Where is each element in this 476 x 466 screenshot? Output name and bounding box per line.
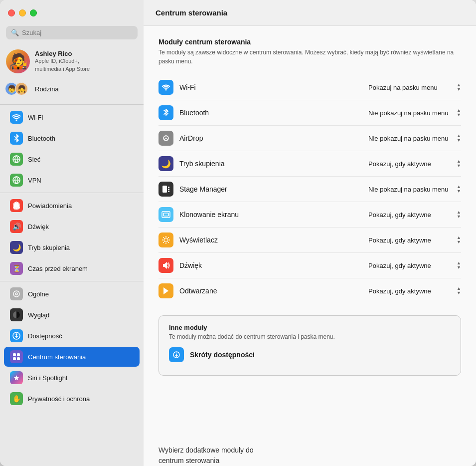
module-row-dzwiek: Dźwięk Pokazuj, gdy aktywne Pokazuj na p… [159,253,461,278]
sidebar-divider-3 [0,281,144,281]
control-center-icon [10,350,23,363]
dzwiek-chevron-icon: ▲ ▼ [457,261,461,270]
sidebar-item-dzwiek[interactable]: 🔊 Dźwięk [4,217,140,236]
odtwarzane-chevron-icon: ▲ ▼ [457,286,461,295]
user-name: Ashley Rico [35,50,90,57]
user-info: Ashley Rico Apple ID, iCloud+,multimedia… [35,50,90,73]
sidebar-item-powiadomienia[interactable]: Powiadomienia [4,196,140,216]
sidebar-item-tryb-skupienia-label: Tryb skupienia [28,244,70,251]
access-icon [10,329,23,342]
svg-point-6 [13,291,19,297]
privacy-icon: ✋ [10,392,23,405]
notif-icon [10,199,23,212]
sidebar-item-siec[interactable]: Sieć [4,149,140,169]
module-row-odtwarzane: Odtwarzane Pokazuj, gdy aktywne Pokazuj … [159,278,461,303]
klonowanie-ekranu-chevron-icon: ▲ ▼ [457,210,461,219]
module-row-wifi: Wi-Fi Pokazuj na pasku menu Nie pokazuj … [159,75,461,100]
module-name-stage-manager: Stage Manager [179,185,362,193]
sidebar-item-prywatnosc[interactable]: ✋ Prywatność i ochrona [4,389,140,409]
other-modules-title: Inne moduły [169,324,451,331]
maximize-button[interactable] [30,9,37,16]
sidebar-item-siri-spotlight[interactable]: Siri i Spotlight [4,368,140,388]
module-icon-bluetooth [159,105,173,120]
module-name-tryb-skupienia: Tryb skupienia [179,160,362,168]
sidebar-item-wifi[interactable]: Wi-Fi [4,107,140,127]
module-name-bluetooth: Bluetooth [179,109,362,117]
sidebar-item-czas-ekranem[interactable]: ⏳ Czas przed ekranem [4,258,140,278]
klonowanie-ekranu-select[interactable]: Pokazuj, gdy aktywne Pokazuj na pasku me… [368,211,456,219]
module-row-skroty-dostepnosci[interactable]: Skróty dostępności [169,347,451,367]
main-body: Moduły centrum sterowania Te moduły są z… [144,26,476,439]
airdrop-select-wrapper[interactable]: Nie pokazuj na pasku menu Pokazuj na pas… [368,134,461,143]
odtwarzane-select[interactable]: Pokazuj, gdy aktywne Pokazuj na pasku me… [368,287,456,295]
svg-marker-35 [163,287,168,294]
svg-point-7 [15,293,17,295]
stage-manager-select[interactable]: Nie pokazuj na pasku menu Pokazuj na pas… [368,186,456,193]
wifi-chevron-icon: ▲ ▼ [457,83,461,92]
main-content: Centrum sterowania Moduły centrum sterow… [144,0,476,466]
sidebar-item-dzwiek-label: Dźwięk [28,223,49,231]
sidebar-item-ogolne[interactable]: Ogólne [4,284,140,304]
module-row-tryb-skupienia: 🌙 Tryb skupienia Pokazuj, gdy aktywne Po… [159,151,461,177]
wyswietlacz-chevron-icon: ▲ ▼ [457,235,461,244]
sidebar-item-wyglad-label: Wygląd [28,311,49,319]
svg-point-37 [176,353,177,354]
wifi-select-wrapper[interactable]: Pokazuj na pasku menu Nie pokazuj na pas… [368,83,461,92]
siri-icon [10,371,23,384]
family-row[interactable]: 👦 👧 Rodzina [0,79,144,98]
dzwiek-select-wrapper[interactable]: Pokazuj, gdy aktywne Pokazuj na pasku me… [368,261,461,270]
tryb-skupienia-select-wrapper[interactable]: Pokazuj, gdy aktywne Pokazuj na pasku me… [368,159,461,168]
stage-manager-select-wrapper[interactable]: Nie pokazuj na pasku menu Pokazuj na pas… [368,185,461,194]
search-icon: 🔍 [11,29,19,36]
module-name-wyswietlacz: Wyświetlacz [179,236,362,244]
tryb-skupienia-select[interactable]: Pokazuj, gdy aktywne Pokazuj na pasku me… [368,160,456,168]
general-icon [10,287,23,300]
wifi-icon [10,111,23,124]
bluetooth-select-wrapper[interactable]: Nie pokazuj na pasku menu Pokazuj na pas… [368,108,461,117]
module-icon-stage-manager [159,182,173,197]
svg-point-10 [16,334,17,335]
titlebar [0,0,144,26]
main-window: 🔍 🧑‍🎤 Ashley Rico Apple ID, iCloud+,mult… [0,0,476,466]
module-row-wyswietlacz: Wyświetlacz Pokazuj, gdy aktywne Pokazuj… [159,228,461,253]
module-icon-odtwarzane [159,283,173,298]
dzwiek-select[interactable]: Pokazuj, gdy aktywne Pokazuj na pasku me… [368,262,456,269]
svg-point-26 [164,238,168,242]
svg-rect-22 [168,189,169,190]
wifi-select[interactable]: Pokazuj na pasku menu Nie pokazuj na pas… [368,84,456,91]
modules-list: Wi-Fi Pokazuj na pasku menu Nie pokazuj … [159,75,461,303]
search-input[interactable] [22,29,133,36]
module-icon-skroty-dostepnosci [169,347,184,362]
wyswietlacz-select[interactable]: Pokazuj, gdy aktywne Pokazuj na pasku me… [368,236,456,244]
family-label: Rodzina [35,85,59,93]
minimize-button[interactable] [19,9,26,16]
user-profile[interactable]: 🧑‍🎤 Ashley Rico Apple ID, iCloud+,multim… [0,45,144,77]
bluetooth-select[interactable]: Nie pokazuj na pasku menu Pokazuj na pas… [368,109,456,117]
module-row-stage-manager: Stage Manager Nie pokazuj na pasku menu … [159,177,461,202]
sidebar-item-tryb-skupienia[interactable]: 🌙 Tryb skupienia [4,237,140,257]
svg-line-1 [14,138,16,140]
airdrop-select[interactable]: Nie pokazuj na pasku menu Pokazuj na pas… [368,135,456,142]
sidebar-item-wifi-label: Wi-Fi [28,114,43,121]
sidebar-item-bluetooth[interactable]: Bluetooth [4,128,140,148]
module-row-airdrop: AirDrop Nie pokazuj na pasku menu Pokazu… [159,126,461,151]
sidebar-item-centrum-sterowania-label: Centrum sterowania [28,353,86,361]
odtwarzane-select-wrapper[interactable]: Pokazuj, gdy aktywne Pokazuj na pasku me… [368,286,461,295]
main-header: Centrum sterowania [144,0,476,26]
stage-manager-chevron-icon: ▲ ▼ [457,185,461,194]
svg-line-32 [168,242,168,242]
svg-line-33 [168,237,168,237]
other-modules-section: Inne moduły Te moduły można dodać do cen… [159,315,461,376]
avatar: 🧑‍🎤 [6,49,30,73]
sidebar-item-vpn[interactable]: VPN [4,170,140,190]
klonowanie-ekranu-select-wrapper[interactable]: Pokazuj, gdy aktywne Pokazuj na pasku me… [368,210,461,219]
sidebar-item-centrum-sterowania[interactable]: Centrum sterowania [4,347,140,367]
sidebar-item-wyglad[interactable]: Wygląd [4,305,140,325]
module-icon-klonowanie-ekranu [159,207,173,222]
wyswietlacz-select-wrapper[interactable]: Pokazuj, gdy aktywne Pokazuj na pasku me… [368,235,461,244]
module-icon-wifi [159,80,173,95]
search-bar[interactable]: 🔍 [6,26,138,39]
svg-line-0 [14,136,16,138]
sidebar-item-dostepnosc[interactable]: Dostępność [4,326,140,346]
close-button[interactable] [8,9,15,16]
